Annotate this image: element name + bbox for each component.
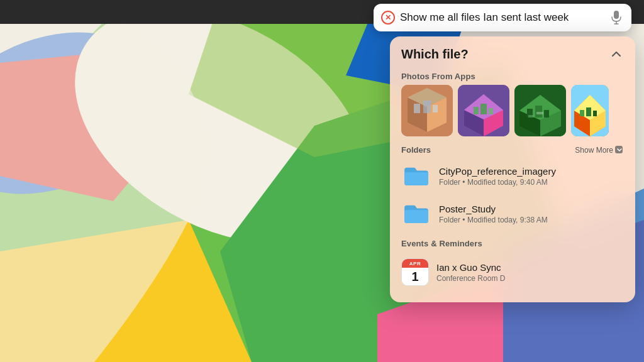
photo-thumb-1[interactable] [401, 85, 453, 136]
svg-rect-20 [423, 101, 431, 113]
search-cancel-icon[interactable]: ✕ [381, 11, 395, 25]
svg-rect-21 [433, 105, 438, 112]
photo-thumb-2[interactable] [458, 85, 509, 136]
search-bar[interactable]: ✕ [374, 4, 631, 31]
svg-rect-45 [580, 110, 584, 116]
folders-label: Folders [401, 145, 431, 155]
collapse-icon[interactable] [609, 47, 624, 62]
svg-rect-36 [535, 106, 542, 118]
calendar-month-header: APR [402, 259, 428, 268]
folder-item[interactable]: CityPop_reference_imagery Folder • Modif… [390, 157, 635, 195]
event-name: Ian x Guo Sync [436, 262, 624, 273]
microphone-icon[interactable] [609, 10, 624, 25]
svg-rect-27 [474, 107, 479, 114]
show-more-button[interactable]: Show More [575, 146, 624, 155]
calendar-day: 1 [411, 270, 418, 283]
calendar-day-area: 1 [402, 268, 428, 285]
photos-grid [390, 85, 635, 139]
svg-rect-39 [536, 112, 543, 114]
svg-rect-29 [489, 108, 493, 114]
events-section-label: Events & Reminders [390, 233, 635, 252]
svg-rect-19 [414, 104, 420, 113]
folder-icon-wrap [401, 163, 431, 189]
svg-rect-28 [480, 104, 487, 114]
svg-rect-38 [528, 115, 534, 118]
svg-rect-11 [614, 11, 619, 19]
panel-header: Which file? [390, 36, 635, 67]
svg-rect-47 [593, 111, 597, 116]
folder-item[interactable]: Poster_Study Folder • Modified today, 9:… [390, 195, 635, 233]
event-item[interactable]: APR 1 Ian x Guo Sync Conference Room D [390, 252, 635, 292]
search-input[interactable] [400, 11, 609, 24]
event-info: Ian x Guo Sync Conference Room D [436, 262, 624, 283]
photo-thumb-3[interactable] [514, 85, 566, 136]
event-location: Conference Room D [436, 274, 624, 283]
calendar-icon: APR 1 [401, 258, 429, 286]
folder-name-2: Poster_Study [439, 204, 624, 214]
results-panel: Which file? Photos From Apps [390, 36, 635, 302]
photos-section-label: Photos From Apps [390, 67, 635, 85]
folder-info: CityPop_reference_imagery Folder • Modif… [439, 166, 624, 187]
folders-section-header: Folders Show More [390, 139, 635, 157]
show-more-arrow-icon [615, 146, 624, 155]
folder-meta: Folder • Modified today, 9:40 AM [439, 178, 624, 187]
folder-info-2: Poster_Study Folder • Modified today, 9:… [439, 204, 624, 224]
folder-icon-wrap-2 [401, 201, 431, 226]
svg-rect-37 [544, 110, 549, 118]
folder-name: CityPop_reference_imagery [439, 166, 624, 177]
svg-rect-46 [586, 107, 591, 116]
folder-meta-2: Folder • Modified today, 9:38 AM [439, 216, 624, 224]
calendar-month: APR [409, 261, 421, 266]
photo-thumb-4[interactable] [571, 85, 609, 136]
panel-title: Which file? [401, 47, 469, 62]
